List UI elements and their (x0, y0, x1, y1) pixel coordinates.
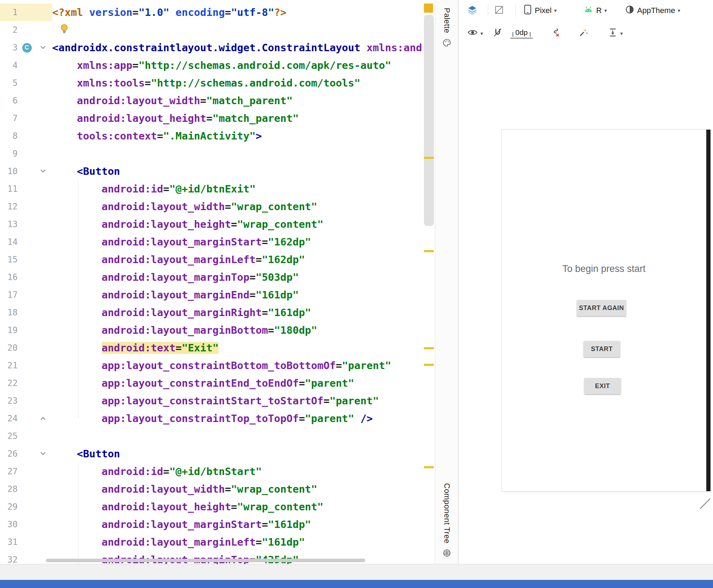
api-version-selector[interactable]: R ▾ (583, 5, 607, 16)
code-line[interactable]: 12 android:layout_width="wrap_content" (0, 198, 435, 215)
code-line[interactable]: 6 android:layout_width="match_parent" (0, 92, 435, 109)
magnet-off-icon (493, 28, 503, 40)
gutter: 24 (0, 410, 52, 427)
inspection-indicator[interactable] (424, 4, 433, 13)
line-number: 18 (0, 308, 18, 317)
component-tree-tab[interactable]: Component Tree (442, 483, 451, 559)
code-text (52, 21, 422, 39)
code-token (52, 465, 102, 477)
theme-selector[interactable]: AppTheme ▾ (625, 5, 680, 17)
code-line[interactable]: 28 android:layout_width="wrap_content" (0, 480, 435, 498)
code-line[interactable]: 17 android:layout_marginEnd="161dp" (0, 286, 435, 304)
device-resize-handle[interactable] (699, 497, 712, 511)
xml-editor[interactable]: 1<?xml version="1.0" encoding="utf-8"?>2… (0, 0, 435, 564)
code-line[interactable]: 19 android:layout_marginBottom="180dp" (0, 321, 435, 339)
code-token: = (256, 254, 262, 266)
code-line[interactable]: 11 android:id="@+id/btnExit" (0, 180, 435, 198)
fold-marker-icon[interactable] (36, 44, 50, 52)
code-line[interactable]: 2 (0, 21, 435, 39)
device-preview[interactable]: To begin press start START AGAIN START E… (502, 130, 706, 491)
gutter: 18 (0, 304, 52, 321)
horizontal-scrollbar[interactable] (46, 559, 365, 562)
code-line[interactable]: 21 app:layout_constraintBottom_toBottomO… (0, 357, 435, 374)
blueprint-toggle-button[interactable] (494, 5, 504, 17)
code-line[interactable]: 4 xmlns:app="http://schemas.android.com/… (0, 57, 435, 74)
gutter: 2 (0, 21, 52, 39)
code-token: tools:context (77, 130, 157, 142)
code-line[interactable]: 16 android:layout_marginTop="503dp" (0, 268, 435, 286)
code-text: app:layout_constraintStart_toStartOf="pa… (52, 392, 422, 410)
warning-mark[interactable] (424, 364, 434, 366)
code-token: app:layout_constraintStart_toStartOf (102, 395, 324, 407)
code-token (52, 77, 77, 89)
code-token: xmlns:and (366, 42, 422, 54)
autoconnect-toggle-button[interactable] (493, 28, 503, 40)
clear-constraints-button[interactable] (551, 28, 561, 40)
code-line[interactable]: 9 (0, 145, 435, 162)
code-line[interactable]: 29 android:layout_height="wrap_content" (0, 498, 435, 516)
line-number: 12 (0, 202, 18, 212)
indent-guide (78, 181, 78, 418)
fold-marker-icon[interactable] (36, 415, 50, 422)
default-margin-value: 0dp (515, 28, 528, 37)
warning-mark[interactable] (424, 347, 434, 349)
line-number: 27 (0, 467, 18, 476)
gutter: 14 (0, 233, 52, 251)
code-token (52, 360, 102, 372)
gutter: 6 (0, 92, 52, 109)
code-token (52, 483, 102, 495)
code-token: "http://schemas.android.com/apk/res-auto… (138, 59, 391, 71)
palette-tab[interactable]: Palette (442, 8, 451, 49)
warning-mark[interactable] (424, 250, 434, 252)
code-line[interactable]: 20 android:text="Exit" (0, 339, 435, 357)
code-token: "161dp" (268, 518, 311, 530)
intention-bulb-icon[interactable] (59, 24, 69, 37)
code-line[interactable]: 25 (0, 427, 435, 445)
code-line[interactable]: 18 android:layout_marginRight="161dp" (0, 304, 435, 321)
code-token: = (299, 377, 305, 389)
code-line[interactable]: 7 android:layout_height="match_parent" (0, 109, 435, 127)
class-badge-icon[interactable]: C (22, 43, 32, 53)
code-line[interactable]: 26 <Button (0, 445, 435, 463)
pack-align-button[interactable]: ▾ (608, 28, 623, 40)
fold-marker-icon[interactable] (36, 450, 50, 458)
code-line[interactable]: 30 android:layout_marginStart="161dp" (0, 516, 435, 533)
code-line[interactable]: 13 android:layout_height="wrap_content" (0, 215, 435, 233)
device-selector[interactable]: Pixel ▾ (523, 4, 557, 17)
code-line[interactable]: 22 app:layout_constraintEnd_toEndOf="par… (0, 374, 435, 392)
code-line[interactable]: 24 app:layout_constraintTop_toTopOf="par… (0, 410, 435, 427)
code-line[interactable]: 3C<androidx.constraintlayout.widget.Cons… (0, 39, 435, 57)
code-line[interactable]: 27 android:id="@+id/btnStart" (0, 463, 435, 480)
code-line[interactable]: 10 <Button (0, 162, 435, 180)
code-token: app:layout_constraintTop_toTopOf (102, 412, 299, 424)
code-line[interactable]: 31 android:layout_marginLeft="161dp" (0, 533, 435, 551)
design-surface-button[interactable] (467, 4, 478, 18)
start-button[interactable]: START (583, 341, 620, 357)
code-token (52, 536, 102, 548)
start-again-button[interactable]: START AGAIN (577, 300, 626, 316)
code-text: xmlns:app="http://schemas.android.com/ap… (52, 57, 422, 74)
default-margin-control[interactable]: 0dp (510, 28, 533, 38)
code-line[interactable]: 8 tools:context=".MainActivity"> (0, 127, 435, 145)
warning-mark[interactable] (424, 466, 434, 468)
code-token: app:layout_constraintEnd_toEndOf (102, 377, 299, 389)
code-token: "@+id/btnExit" (169, 183, 256, 195)
gutter: 8 (0, 127, 52, 145)
code-line[interactable]: 23 app:layout_constraintStart_toStartOf=… (0, 392, 435, 410)
vertical-scrollbar[interactable] (424, 15, 434, 226)
warning-mark[interactable] (424, 157, 434, 159)
component-tree-icon (442, 548, 451, 559)
line-number: 16 (0, 272, 18, 282)
code-token (52, 342, 102, 354)
code-line[interactable]: 5 xmlns:tools="http://schemas.android.co… (0, 74, 435, 92)
code-token: "161dp" (268, 307, 311, 319)
view-options-button[interactable]: ▾ (467, 28, 483, 39)
code-line[interactable]: 14 android:layout_marginStart="162dp" (0, 233, 435, 251)
fold-marker-icon[interactable] (36, 167, 50, 175)
exit-button[interactable]: EXIT (584, 378, 621, 394)
code-token: "match_parent" (212, 112, 299, 124)
code-token: "Exit" (182, 342, 219, 354)
infer-constraints-button[interactable] (578, 28, 589, 40)
code-line[interactable]: 1<?xml version="1.0" encoding="utf-8"?> (0, 4, 435, 21)
code-line[interactable]: 15 android:layout_marginLeft="162dp" (0, 251, 435, 268)
